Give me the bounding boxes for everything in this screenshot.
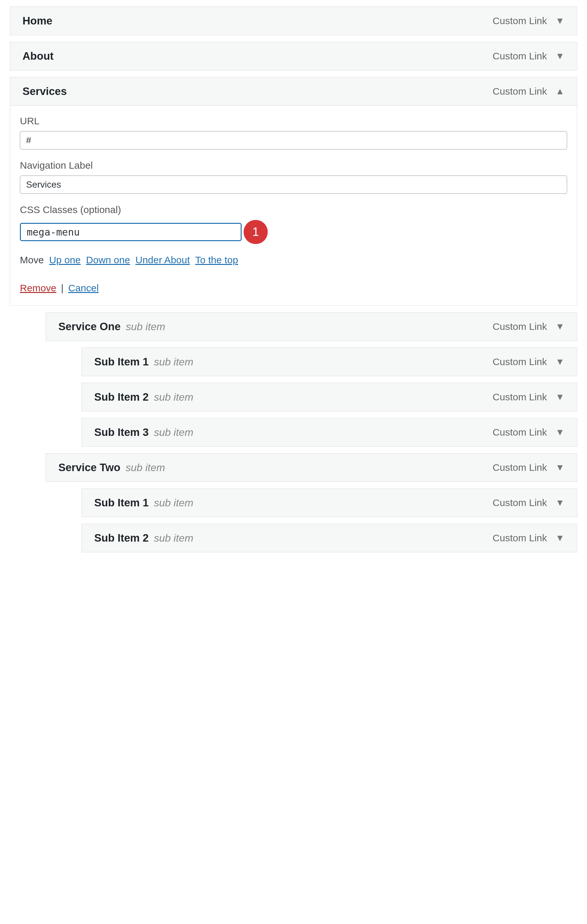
caret-down-icon: [555, 16, 564, 26]
menu-item-sub-3: Sub Item 3 sub item Custom Link: [82, 418, 577, 447]
menu-item-service-one: Service One sub item Custom Link: [46, 312, 577, 341]
menu-item-type: Custom Link: [493, 497, 547, 508]
css-classes-label: CSS Classes (optional): [20, 204, 567, 215]
menu-item-title: Sub Item 2: [94, 391, 149, 403]
menu-item-toggle[interactable]: About Custom Link: [10, 42, 577, 71]
move-row: Move Up one Down one Under About To the …: [20, 254, 567, 266]
cancel-link[interactable]: Cancel: [68, 282, 99, 293]
move-down-link[interactable]: Down one: [86, 254, 130, 265]
menu-item-type: Custom Link: [493, 356, 547, 367]
remove-link[interactable]: Remove: [20, 282, 56, 293]
move-up-link[interactable]: Up one: [49, 254, 81, 265]
menu-item-type: Custom Link: [493, 391, 547, 403]
caret-down-icon: [555, 498, 564, 508]
caret-up-icon: [555, 86, 564, 97]
menu-item-about: About Custom Link: [10, 42, 577, 71]
menu-item-type: Custom Link: [493, 15, 547, 26]
menu-item-type: Custom Link: [493, 86, 547, 97]
menu-item-title: Sub Item 3: [94, 426, 149, 439]
menu-structure: Home Custom Link About Custom Link Servi…: [10, 7, 577, 553]
menu-item-title: Sub Item 1: [94, 497, 149, 509]
menu-item-title: Services: [23, 85, 67, 97]
menu-item-type: Custom Link: [493, 321, 547, 332]
caret-down-icon: [555, 462, 564, 473]
actions-row: Remove | Cancel: [20, 282, 567, 294]
move-top-link[interactable]: To the top: [195, 254, 238, 265]
menu-item-title: Service One: [58, 320, 121, 333]
menu-item-toggle[interactable]: Service One sub item Custom Link: [46, 312, 577, 341]
caret-down-icon: [555, 427, 564, 437]
separator: |: [61, 282, 64, 293]
menu-item-body: URL Navigation Label CSS Classes (option…: [10, 106, 577, 306]
nav-label: Navigation Label: [20, 160, 567, 171]
sub-item-label: sub item: [154, 356, 193, 368]
caret-down-icon: [555, 322, 564, 332]
menu-item-type: Custom Link: [493, 51, 547, 62]
menu-item-title: Sub Item 2: [94, 532, 149, 544]
menu-item-services: Services Custom Link URL Navigation Labe…: [10, 77, 577, 306]
caret-down-icon: [555, 392, 564, 402]
menu-item-toggle[interactable]: Sub Item 3 sub item Custom Link: [82, 418, 577, 447]
menu-item-sub-2: Sub Item 2 sub item Custom Link: [82, 383, 577, 411]
menu-item-toggle[interactable]: Sub Item 1 sub item Custom Link: [82, 348, 577, 376]
menu-item-title: Home: [23, 15, 53, 27]
annotation-badge: 1: [243, 220, 268, 244]
menu-item-type: Custom Link: [493, 462, 547, 473]
menu-item-title: About: [23, 50, 53, 62]
sub-item-label: sub item: [154, 497, 193, 509]
url-input[interactable]: [20, 131, 567, 149]
menu-item-toggle[interactable]: Sub Item 1 sub item Custom Link: [82, 488, 577, 517]
menu-item-toggle[interactable]: Sub Item 2 sub item Custom Link: [82, 383, 577, 411]
menu-item-sub-2b: Sub Item 2 sub item Custom Link: [82, 524, 577, 553]
menu-item-toggle[interactable]: Sub Item 2 sub item Custom Link: [82, 524, 577, 553]
menu-item-toggle[interactable]: Service Two sub item Custom Link: [46, 453, 577, 482]
menu-item-toggle[interactable]: Services Custom Link: [10, 77, 577, 106]
menu-item-type: Custom Link: [493, 533, 547, 544]
caret-down-icon: [555, 356, 564, 367]
sub-item-label: sub item: [154, 426, 193, 439]
menu-item-sub-1: Sub Item 1 sub item Custom Link: [82, 348, 577, 376]
url-label: URL: [20, 116, 567, 127]
menu-item-service-two: Service Two sub item Custom Link: [46, 453, 577, 482]
menu-item-title: Sub Item 1: [94, 356, 149, 368]
menu-item-home: Home Custom Link: [10, 7, 577, 35]
sub-item-label: sub item: [154, 391, 193, 403]
sub-item-label: sub item: [154, 532, 193, 544]
move-under-link[interactable]: Under About: [135, 254, 190, 265]
sub-item-label: sub item: [125, 462, 165, 474]
css-classes-input[interactable]: [20, 223, 242, 241]
menu-item-toggle[interactable]: Home Custom Link: [10, 7, 577, 35]
menu-item-title: Service Two: [58, 461, 120, 474]
menu-item-sub-1b: Sub Item 1 sub item Custom Link: [82, 488, 577, 517]
move-label: Move: [20, 254, 44, 265]
sub-item-label: sub item: [126, 321, 165, 333]
caret-down-icon: [555, 51, 564, 61]
menu-item-type: Custom Link: [493, 427, 547, 438]
caret-down-icon: [555, 533, 564, 543]
nav-label-input[interactable]: [20, 175, 567, 194]
